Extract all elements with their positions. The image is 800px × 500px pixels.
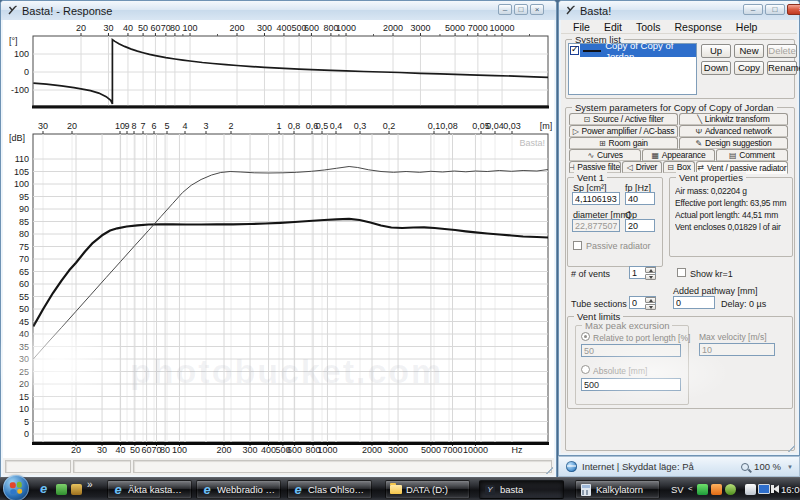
- response-titlebar[interactable]: Basta! - Response: [1, 1, 556, 20]
- window-title: Basta!: [580, 5, 611, 17]
- maximize-button[interactable]: □: [514, 4, 528, 15]
- menubar: File Edit Tools Response Help: [561, 20, 797, 34]
- tab-power-amplifier[interactable]: ▷Power amplifier / AC-bass: [569, 125, 678, 137]
- taskbar-button-akta-kastanj[interactable]: e Äkta kastanj - Wik...: [107, 480, 192, 499]
- qp-input[interactable]: [625, 219, 655, 232]
- svg-text:100: 100: [172, 445, 187, 455]
- svg-text:90: 90: [19, 204, 29, 214]
- zoom-caret-icon[interactable]: ▼: [787, 464, 793, 470]
- taskbar-button-clas-ohlson[interactable]: e Clas Ohlson - Borr...: [287, 480, 372, 499]
- relative-radio[interactable]: [581, 332, 590, 341]
- svg-text:3: 3: [203, 121, 208, 131]
- spin-up-icon[interactable]: [645, 267, 656, 273]
- taskbar-button-webbradio[interactable]: e Webbradio - Sveri...: [196, 480, 281, 499]
- menu-tools[interactable]: Tools: [629, 21, 668, 33]
- taskbar-button-kalkylatorn[interactable]: Kalkylatorn: [575, 480, 660, 499]
- phase-chart: 1000-100[°]20304050607080100200300400500…: [9, 23, 549, 107]
- close-button[interactable]: ×: [530, 4, 544, 15]
- quicklaunch-overflow-chevron[interactable]: »: [87, 479, 93, 490]
- up-button[interactable]: Up: [701, 44, 731, 58]
- sp-input[interactable]: [572, 192, 620, 205]
- relative-input: [581, 344, 681, 357]
- tray-expand-chevron[interactable]: <: [688, 484, 693, 493]
- quicklaunch-ie-icon[interactable]: e: [40, 481, 47, 496]
- minimize-button[interactable]: –: [743, 4, 763, 15]
- svg-text:80: 80: [170, 23, 180, 33]
- tray-clock[interactable]: 16:06: [781, 484, 800, 495]
- tab-design-suggestion[interactable]: ✎Design suggestion: [679, 137, 788, 149]
- delete-button[interactable]: Delete: [767, 44, 797, 58]
- added-pathway-input[interactable]: [673, 296, 715, 309]
- system-listbox[interactable]: Copy of Copy of Jordan: [568, 43, 697, 95]
- tab-linkwitz-transform[interactable]: ╲Linkwitz transform: [679, 113, 788, 125]
- copy-button[interactable]: Copy: [734, 61, 764, 75]
- tray-icon-orange[interactable]: [711, 484, 722, 495]
- svg-text:4: 4: [182, 121, 187, 131]
- main-titlebar[interactable]: Basta!: [559, 1, 799, 20]
- svg-text:0,3: 0,3: [354, 121, 367, 131]
- quicklaunch-app-icon[interactable]: [56, 484, 67, 495]
- ie-zoom-level[interactable]: 100 %: [754, 461, 781, 472]
- minimize-button[interactable]: –: [498, 4, 512, 15]
- network-icon[interactable]: [758, 484, 770, 494]
- down-button[interactable]: Down: [701, 61, 731, 75]
- start-button[interactable]: [3, 475, 29, 500]
- svg-text:400: 400: [276, 23, 291, 33]
- system-list-item[interactable]: Copy of Copy of Jordan: [569, 44, 696, 57]
- system-item-checkbox[interactable]: [570, 46, 579, 55]
- menu-file[interactable]: File: [566, 21, 597, 33]
- svg-text:40: 40: [116, 445, 126, 455]
- language-indicator[interactable]: SV: [671, 484, 684, 495]
- quicklaunch-app-icon[interactable]: [71, 484, 82, 495]
- taskbar-button-data-d[interactable]: DATA (D:): [385, 480, 470, 499]
- new-button[interactable]: New: [734, 44, 764, 58]
- tab-source-active-filter[interactable]: ⊡Source / Active filter: [569, 113, 678, 125]
- svg-text:2000: 2000: [383, 23, 403, 33]
- delay-label: Delay: 0 µs: [721, 299, 766, 309]
- ie-icon: e: [114, 482, 121, 497]
- tab-advanced-network[interactable]: ΨAdvanced network: [679, 125, 788, 137]
- svg-text:60: 60: [150, 23, 160, 33]
- tray-icon-green[interactable]: [697, 484, 708, 495]
- tab-room-gain[interactable]: ⊞Room gain: [569, 137, 678, 149]
- svg-text:300: 300: [257, 23, 272, 33]
- menu-help[interactable]: Help: [729, 21, 765, 33]
- num-vents-spinner[interactable]: [645, 267, 656, 280]
- response-window: Basta! - Response – □ × 1000-100[°]20304…: [0, 0, 557, 478]
- system-item-selected[interactable]: Copy of Copy of Jordan: [580, 44, 696, 57]
- tab-appearance[interactable]: ▦Appearance: [642, 149, 714, 161]
- svg-text:10000: 10000: [463, 445, 488, 455]
- tab-driver[interactable]: ◁Driver: [622, 161, 662, 173]
- passive-radiator-label: Passive radiator: [586, 241, 651, 251]
- absolute-input[interactable]: [581, 378, 681, 391]
- maximize-button[interactable]: □: [765, 4, 785, 15]
- spin-down-icon[interactable]: [645, 274, 656, 280]
- passive-radiator-checkbox[interactable]: [573, 241, 582, 250]
- tab-comment[interactable]: ▤Comment: [716, 149, 788, 161]
- volume-icon[interactable]: [773, 485, 779, 493]
- svg-text:55: 55: [19, 292, 29, 302]
- close-button[interactable]: ×: [787, 4, 800, 15]
- svg-text:60: 60: [142, 445, 152, 455]
- tube-sections-spinner[interactable]: [645, 297, 656, 310]
- svg-text:20: 20: [67, 121, 77, 131]
- tray-icon-app[interactable]: [725, 484, 736, 495]
- show-kr-checkbox[interactable]: [677, 268, 686, 277]
- fp-input[interactable]: [625, 192, 655, 205]
- taskbar-button-basta[interactable]: Y basta: [479, 480, 564, 499]
- svg-text:25: 25: [19, 367, 29, 377]
- svg-text:45: 45: [19, 317, 29, 327]
- svg-text:-100: -100: [11, 85, 29, 95]
- menu-edit[interactable]: Edit: [597, 21, 629, 33]
- svg-text:7: 7: [140, 121, 145, 131]
- tray-icon-update[interactable]: [745, 484, 756, 495]
- tab-curves[interactable]: ∿Curves: [569, 149, 641, 161]
- spin-down-icon[interactable]: [645, 304, 656, 310]
- absolute-radio[interactable]: [581, 365, 590, 374]
- rename-button[interactable]: Rename: [767, 61, 797, 75]
- spin-up-icon[interactable]: [645, 297, 656, 303]
- svg-text:5000: 5000: [445, 23, 465, 33]
- svg-text:5000: 5000: [421, 445, 441, 455]
- menu-response[interactable]: Response: [668, 21, 729, 33]
- vent-properties-group-label: Vent properties: [676, 172, 746, 183]
